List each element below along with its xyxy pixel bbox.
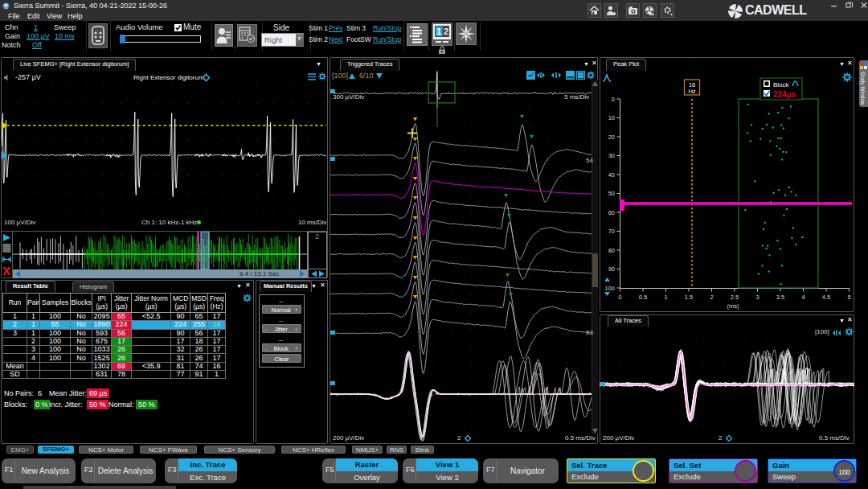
svg-text:40: 40: [608, 171, 615, 179]
svg-text:1: 1: [436, 27, 441, 36]
svg-text:20: 20: [608, 134, 615, 141]
svg-text:4: 4: [801, 294, 805, 301]
svg-text:2: 2: [710, 294, 713, 301]
svg-text:1: 1: [664, 294, 667, 301]
svg-text:1.5: 1.5: [685, 294, 693, 301]
svg-text:Hz: Hz: [688, 88, 695, 95]
svg-text:2.5: 2.5: [731, 294, 739, 301]
svg-text:70: 70: [608, 228, 615, 235]
svg-text:3: 3: [755, 294, 759, 301]
svg-text:90: 90: [608, 265, 615, 273]
svg-text:80: 80: [608, 247, 615, 254]
svg-text:50: 50: [608, 190, 615, 197]
svg-text:60: 60: [608, 209, 615, 216]
svg-text:(ms): (ms): [727, 302, 739, 310]
svg-text:5: 5: [847, 294, 850, 301]
svg-text:0.5: 0.5: [639, 294, 647, 301]
svg-text:30: 30: [608, 152, 615, 159]
svg-text:10: 10: [608, 114, 615, 121]
svg-text:4.5: 4.5: [822, 294, 830, 301]
svg-text:3.5: 3.5: [776, 294, 784, 301]
svg-text:224µs: 224µs: [773, 90, 796, 99]
svg-text:0: 0: [612, 96, 615, 103]
svg-text:0: 0: [618, 294, 621, 301]
svg-text:100: 100: [604, 285, 615, 292]
svg-text:Block: Block: [773, 81, 790, 88]
svg-text:2: 2: [444, 27, 448, 36]
